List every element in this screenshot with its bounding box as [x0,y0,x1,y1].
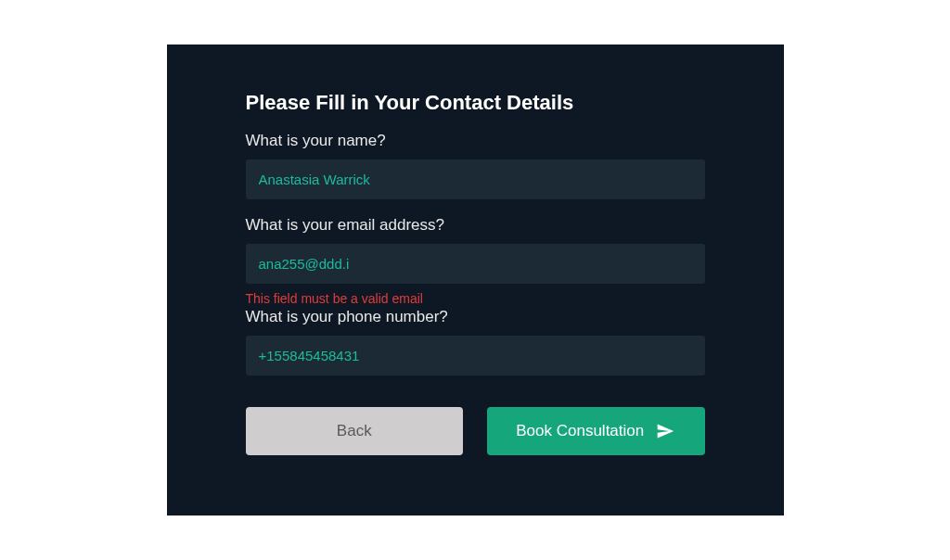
phone-label: What is your phone number? [246,308,705,326]
back-button-label: Back [337,422,372,440]
form-title: Please Fill in Your Contact Details [246,91,705,115]
name-input[interactable] [246,159,705,199]
submit-button-label: Book Consultation [516,422,644,440]
button-row: Back Book Consultation [246,407,705,455]
submit-button[interactable]: Book Consultation [487,407,705,455]
name-label: What is your name? [246,132,705,150]
back-button[interactable]: Back [246,407,464,455]
send-icon [655,422,675,440]
email-label: What is your email address? [246,216,705,235]
email-input[interactable] [246,244,705,284]
contact-form-container: Please Fill in Your Contact Details What… [167,45,784,515]
phone-input[interactable] [246,336,705,375]
email-error-message: This field must be a valid email [246,291,705,306]
